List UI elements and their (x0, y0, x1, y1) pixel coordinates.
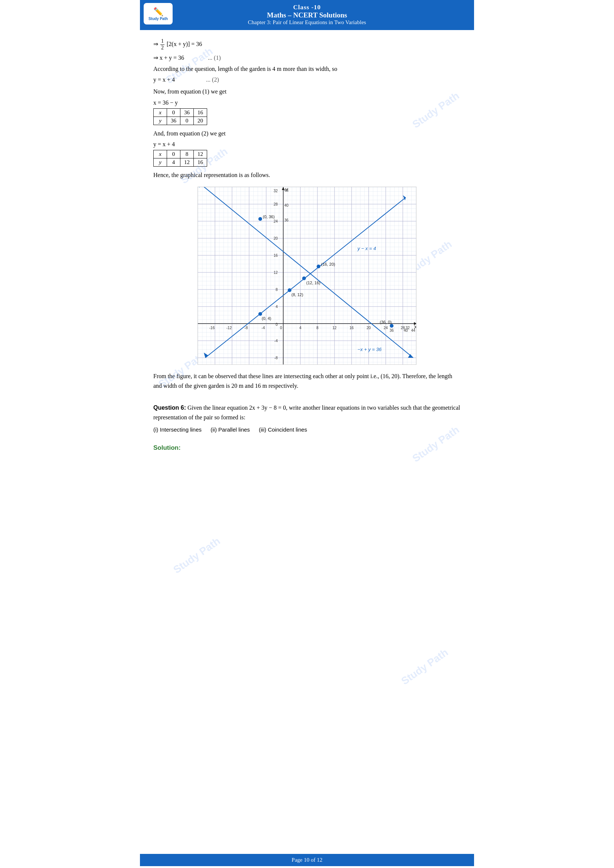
point-16-20 (317, 265, 320, 268)
question-6-body: Given the linear equation 2x + 3y − 8 = … (154, 405, 460, 420)
graph-line1-label: −x + y = 36 (358, 347, 381, 352)
svg-text:12: 12 (274, 271, 278, 274)
watermark-7: Study Path (171, 535, 222, 576)
question-6-text: Question 6: Given the linear equation 2x… (154, 403, 460, 422)
page-header: ✏️ Study Path Class -10 Maths – NCERT So… (140, 0, 474, 30)
svg-text:24: 24 (274, 219, 278, 223)
label-8-12: (8, 12) (291, 293, 303, 297)
eq4-text: x = 36 − y (154, 99, 178, 106)
table-2: x 0 8 12 y 4 12 16 (154, 150, 207, 167)
eq3-label: ... (2) (206, 76, 219, 83)
equation-5: y = x + 4 (154, 141, 460, 148)
watermark-8: Study Path (399, 646, 450, 687)
paragraph-4: Hence, the graphical representation is a… (154, 170, 460, 180)
svg-text:28: 28 (274, 202, 278, 206)
svg-text:-8: -8 (274, 356, 278, 360)
paragraph-5: From the figure, it can be observed that… (154, 372, 460, 391)
svg-text:0: 0 (280, 326, 282, 330)
point-0-4 (258, 312, 262, 316)
paragraph-2: Now, from equation (1) we get (154, 87, 460, 96)
table-cell: 16 (194, 108, 207, 116)
class-label: Class -10 (140, 4, 474, 11)
equation-2: ⇒ x + y = 36 ... (1) (154, 54, 460, 61)
eq2-text: ⇒ x + y = 36 (154, 54, 184, 61)
paragraph-3: And, from equation (2) we get (154, 129, 460, 138)
svg-text:16: 16 (349, 326, 354, 330)
table-cell: 36 (180, 108, 194, 116)
table-cell: y (154, 116, 167, 125)
logo-text: Study Path (149, 17, 168, 21)
main-content: Study Path Study Path Study Path Study P… (140, 30, 474, 846)
sub-part-ii: (ii) Parallel lines (211, 426, 251, 433)
label-16-20: (16, 20) (321, 262, 335, 267)
table-cell: 0 (180, 116, 194, 125)
svg-text:20: 20 (274, 236, 278, 240)
svg-text:-16: -16 (209, 326, 215, 330)
svg-text:44: 44 (284, 189, 289, 192)
sub-part-iii: (iii) Coincident lines (259, 426, 307, 433)
svg-text:8: 8 (276, 288, 278, 292)
table-cell: 4 (167, 158, 180, 167)
sub-part-i: (i) Intersecting lines (154, 426, 203, 433)
point-36-0 (390, 324, 394, 328)
subject-label: Maths – NCERT Solutions (140, 11, 474, 19)
page-footer: Page 10 of 12 (140, 854, 474, 866)
table-cell: 8 (180, 150, 194, 158)
eq1-rhs: [2(x + y)] = 36 (167, 41, 202, 47)
equation-4: x = 36 − y (154, 99, 460, 106)
graph-container: X Y -16 -12 -8 -4 0 4 8 12 16 (154, 187, 460, 365)
label-0-4: (0, 4) (262, 316, 271, 321)
svg-text:0: 0 (276, 322, 278, 327)
point-12-16 (302, 276, 306, 280)
fraction-half: 1 2 (160, 38, 164, 51)
equation-3: y = x + 4 ... (2) (154, 76, 460, 83)
label-0-36: (0, 36) (263, 214, 275, 219)
eq5-text: y = x + 4 (154, 141, 175, 147)
graph-box: X Y -16 -12 -8 -4 0 4 8 12 16 (197, 187, 417, 365)
logo-icon: ✏️ (154, 7, 163, 17)
svg-text:-12: -12 (226, 326, 232, 330)
graph-svg: X Y -16 -12 -8 -4 0 4 8 12 16 (198, 187, 417, 365)
eq3-text: y = x + 4 (154, 76, 175, 83)
svg-text:36: 36 (284, 218, 289, 222)
table-row: x 0 36 16 (154, 108, 207, 116)
question-6-label: Question 6: (154, 405, 186, 411)
svg-text:-4: -4 (274, 339, 278, 343)
svg-text:40: 40 (403, 329, 408, 333)
svg-text:-4: -4 (262, 326, 265, 330)
table-cell: 0 (167, 108, 180, 116)
table-cell: 36 (167, 116, 180, 125)
svg-text:4: 4 (299, 326, 301, 330)
table-cell: 12 (194, 150, 207, 158)
svg-text:44: 44 (411, 329, 416, 333)
logo: ✏️ Study Path (144, 3, 174, 25)
point-8-12 (288, 288, 291, 292)
paragraph-1: According to the question, length of the… (154, 64, 460, 74)
svg-text:12: 12 (332, 326, 337, 330)
svg-text:20: 20 (366, 326, 371, 330)
equation-1: ⇒ 1 2 [2(x + y)] = 36 (154, 38, 460, 51)
svg-text:36: 36 (389, 329, 394, 333)
eq2-label: ... (1) (208, 54, 221, 61)
graph-line2-label: y − x = 4 (357, 246, 376, 251)
label-12-16: (12, 16) (306, 281, 320, 285)
table-cell: 0 (167, 150, 180, 158)
arrow-1: ⇒ (154, 41, 158, 47)
solution-label: Solution: (154, 444, 460, 452)
table-row: y 36 0 20 (154, 116, 207, 125)
question-6-subparts: (i) Intersecting lines (ii) Parallel lin… (154, 425, 460, 434)
chapter-label: Chapter 3: Pair of Linear Equations in T… (140, 19, 474, 26)
svg-text:32: 32 (274, 189, 278, 193)
footer-text: Page 10 of 12 (292, 857, 323, 863)
table-row: y 4 12 16 (154, 158, 207, 167)
svg-text:8: 8 (316, 326, 318, 330)
table-cell: x (154, 108, 167, 116)
svg-text:4: 4 (276, 305, 278, 309)
table-cell: 20 (194, 116, 207, 125)
svg-text:24: 24 (383, 326, 388, 330)
table-1: x 0 36 16 y 36 0 20 (154, 108, 207, 125)
label-36-0: (36, 0) (380, 320, 392, 324)
svg-text:16: 16 (274, 253, 278, 257)
table-cell: x (154, 150, 167, 158)
table-row: x 0 8 12 (154, 150, 207, 158)
